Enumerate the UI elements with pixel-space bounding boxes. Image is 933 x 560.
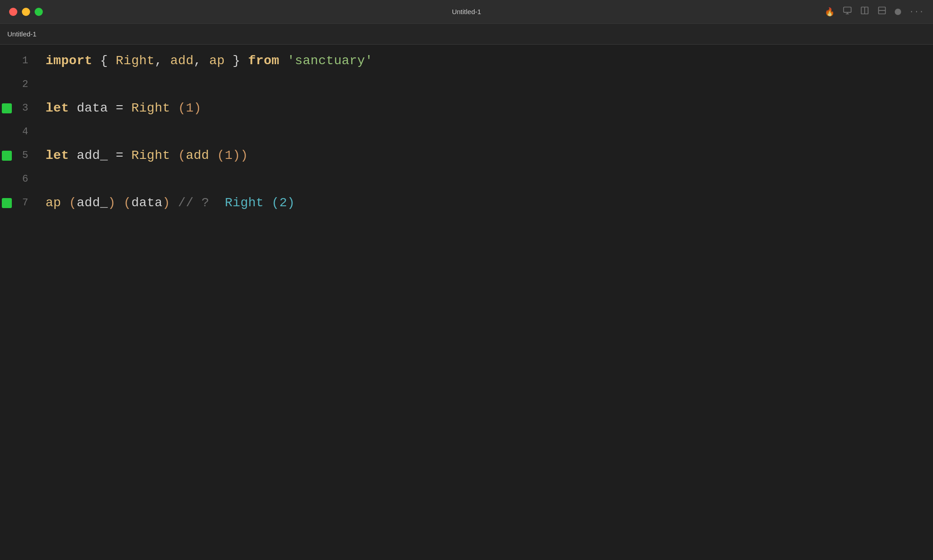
code-line-5: 5 let add_ = Right (add (1)): [0, 144, 933, 168]
split-icon[interactable]: [877, 6, 887, 17]
tab-bar: Untitled-1: [0, 24, 933, 45]
window-title: Untitled-1: [452, 8, 481, 15]
gutter-3: 3: [0, 100, 32, 116]
code-line-6: 6: [0, 168, 933, 191]
code-line-3: 3 let data = Right (1): [0, 97, 933, 120]
line-number-1: 1: [15, 53, 28, 69]
gutter-7: 7: [0, 195, 32, 211]
line-5-indicator: [2, 151, 12, 161]
gutter-6: 6: [0, 171, 32, 187]
code-line-4: 4: [0, 120, 933, 144]
editor-area: 1 import { Right, add, ap } from 'sanctu…: [0, 45, 933, 219]
line-3-indicator: [2, 103, 12, 113]
more-icon[interactable]: ···: [909, 7, 924, 16]
line-number-2: 2: [15, 76, 28, 92]
title-bar: Untitled-1 🔥 ···: [0, 0, 933, 24]
broadcast-icon[interactable]: [843, 6, 852, 17]
line-number-3: 3: [15, 100, 28, 116]
flame-icon[interactable]: 🔥: [825, 7, 835, 17]
svg-rect-0: [843, 7, 851, 13]
traffic-lights: [9, 8, 43, 16]
line-number-6: 6: [15, 171, 28, 187]
line-number-5: 5: [15, 148, 28, 163]
code-line-1: 1 import { Right, add, ap } from 'sanctu…: [0, 49, 933, 73]
line-5-content[interactable]: let add_ = Right (add (1)): [32, 146, 248, 166]
gutter-4: 4: [0, 124, 32, 140]
toolbar-right: 🔥 ···: [825, 6, 924, 17]
columns-icon[interactable]: [860, 6, 869, 17]
line-number-7: 7: [15, 195, 28, 211]
gutter-1: 1: [0, 53, 32, 69]
line-3-content[interactable]: let data = Right (1): [32, 98, 201, 119]
gutter-2: 2: [0, 76, 32, 92]
line-number-4: 4: [15, 124, 28, 140]
line-7-indicator: [2, 198, 12, 208]
code-line-2: 2: [0, 73, 933, 97]
line-1-content[interactable]: import { Right, add, ap } from 'sanctuar…: [32, 51, 373, 71]
maximize-button[interactable]: [35, 8, 43, 16]
line-7-content[interactable]: ap (add_) (data) // ? Right (2): [32, 193, 295, 214]
close-button[interactable]: [9, 8, 17, 16]
code-line-7: 7 ap (add_) (data) // ? Right (2): [0, 191, 933, 215]
tab-title[interactable]: Untitled-1: [7, 30, 36, 38]
gutter-5: 5: [0, 148, 32, 163]
dot-icon: [895, 9, 901, 15]
minimize-button[interactable]: [22, 8, 30, 16]
